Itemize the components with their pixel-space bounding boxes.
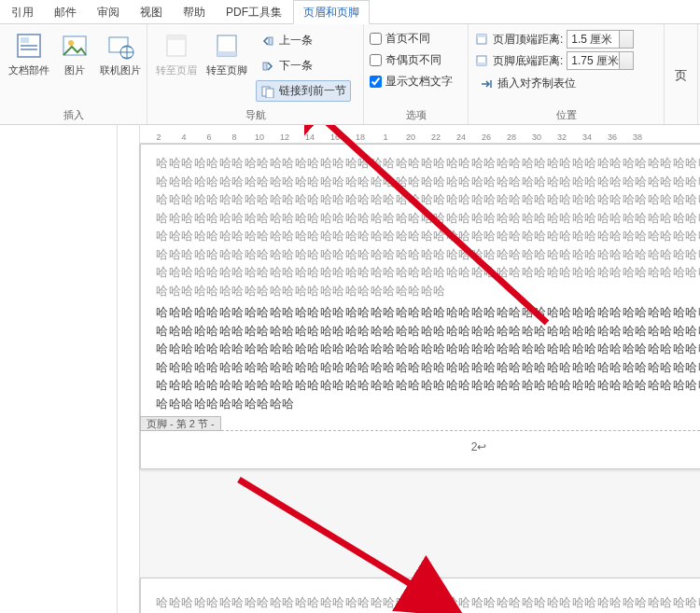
ruler-mark: 6 <box>206 132 211 142</box>
goto-footer-icon <box>211 30 243 62</box>
show-doc-text-label: 显示文档文字 <box>385 74 453 90</box>
ruler-mark: 16 <box>330 132 340 142</box>
svg-rect-2 <box>21 45 37 47</box>
group-options-label: 选项 <box>370 106 462 122</box>
insert-alignment-tab-button[interactable]: 插入对齐制表位 <box>474 73 581 94</box>
online-picture-icon <box>105 30 136 62</box>
ruler-mark: 38 <box>633 132 642 142</box>
doc-parts-label: 文档部件 <box>8 63 49 77</box>
prev-icon <box>260 34 275 49</box>
goto-header-label: 转至页眉 <box>156 63 197 77</box>
footer-section-text: 页脚 - 第 2 节 - <box>140 416 221 431</box>
page-number-value: 2 <box>471 440 478 453</box>
tab-view[interactable]: 视图 <box>131 1 172 23</box>
svg-rect-17 <box>477 35 486 37</box>
svg-rect-3 <box>21 49 37 50</box>
svg-rect-9 <box>167 35 186 40</box>
page-1[interactable]: 哈哈哈哈哈哈哈哈哈哈哈哈哈哈哈哈哈哈哈哈哈哈哈哈哈哈哈哈哈哈哈哈哈哈哈哈哈哈哈哈… <box>140 144 700 469</box>
document-area[interactable]: 24681012141618120222426283032343638 哈哈哈哈… <box>118 125 700 613</box>
oddeven-diff-label: 奇偶页不同 <box>385 52 441 68</box>
svg-rect-13 <box>263 63 267 70</box>
tab-help[interactable]: 帮助 <box>174 1 215 23</box>
group-insert-label: 插入 <box>6 106 141 122</box>
prev-section-button[interactable]: 上一条 <box>256 30 317 51</box>
footer-distance-label: 页脚底端距离: <box>493 53 563 69</box>
ruler-mark: 28 <box>507 132 516 142</box>
ruler-mark: 26 <box>482 132 491 142</box>
tab-header-footer[interactable]: 页眉和页脚 <box>293 0 370 24</box>
ruler-mark: 4 <box>181 132 186 142</box>
document-body-text: 哈哈哈哈哈哈哈哈哈哈哈哈哈哈哈哈哈哈哈哈哈哈哈哈哈哈哈哈哈哈哈哈哈哈哈哈哈哈哈哈… <box>156 303 700 412</box>
footer-distance-icon <box>474 53 489 68</box>
header-distance-label: 页眉顶端距离: <box>493 32 563 48</box>
online-picture-button[interactable]: 联机图片 <box>97 28 144 79</box>
ruler-mark: 18 <box>356 132 365 142</box>
goto-footer-label: 转至页脚 <box>206 63 247 77</box>
svg-rect-15 <box>266 89 273 98</box>
header-distance-input[interactable]: 1.5 厘米 <box>567 30 634 49</box>
show-doc-text-checkbox[interactable]: 显示文档文字 <box>370 73 453 91</box>
header-distance-value: 1.5 厘米 <box>571 32 612 48</box>
navigation-pane[interactable] <box>0 125 118 613</box>
link-to-previous-button[interactable]: 链接到前一节 <box>256 80 351 102</box>
close-group-label: 页 <box>675 67 687 84</box>
picture-label: 图片 <box>64 63 85 77</box>
header-distance-icon <box>474 32 489 47</box>
first-page-diff-checkbox[interactable]: 首页不同 <box>370 30 430 48</box>
footer-distance-input[interactable]: 1.75 厘米 <box>567 51 634 70</box>
ruler-horizontal[interactable]: 24681012141618120222426283032343638 <box>140 125 700 144</box>
footer-divider <box>156 430 700 431</box>
svg-rect-11 <box>217 51 236 56</box>
page-2[interactable]: 哈哈哈哈哈哈哈哈哈哈哈哈哈哈哈哈哈哈哈哈哈哈哈哈哈哈哈哈哈哈哈哈哈哈哈哈哈哈哈哈… <box>140 578 700 613</box>
link-prev-label: 链接到前一节 <box>279 83 346 99</box>
workspace: 24681012141618120222426283032343638 哈哈哈哈… <box>0 125 700 613</box>
prev-label: 上一条 <box>279 33 313 49</box>
ruler-mark: 30 <box>532 132 541 142</box>
next-section-button[interactable]: 下一条 <box>256 55 317 77</box>
svg-point-5 <box>68 40 74 46</box>
footer-distance-value: 1.75 厘米 <box>571 53 619 69</box>
ruler-mark: 36 <box>608 132 617 142</box>
ruler-mark: 20 <box>406 132 415 142</box>
goto-footer-button[interactable]: 转至页脚 <box>203 28 250 102</box>
ruler-mark: 1 <box>383 132 387 142</box>
goto-header-button: 转至页眉 <box>153 28 200 102</box>
footer-section-label: 页脚 - 第 2 节 - <box>140 417 221 431</box>
ruler-vertical[interactable] <box>118 125 140 613</box>
online-picture-label: 联机图片 <box>100 63 141 77</box>
tab-review[interactable]: 审阅 <box>88 1 129 23</box>
ruler-mark: 12 <box>280 132 289 142</box>
next-label: 下一条 <box>279 58 313 74</box>
ruler-mark: 32 <box>557 132 567 142</box>
group-nav-label: 导航 <box>153 106 357 122</box>
picture-button[interactable]: 图片 <box>56 28 93 79</box>
ruler-mark: 14 <box>305 132 315 142</box>
ruler-mark: 10 <box>255 132 264 142</box>
tab-pdf-tools[interactable]: PDF工具集 <box>217 1 291 23</box>
picture-icon <box>59 30 91 62</box>
goto-header-icon <box>161 30 192 62</box>
doc-parts-icon <box>13 30 45 62</box>
odd-even-diff-checkbox[interactable]: 奇偶页不同 <box>370 51 441 69</box>
link-icon <box>260 84 275 99</box>
svg-rect-1 <box>21 37 29 43</box>
page-number[interactable]: 2↩ <box>471 440 487 453</box>
align-tab-label: 插入对齐制表位 <box>497 76 576 91</box>
ribbon: 文档部件 图片 联机图片 插入 <box>0 24 700 125</box>
next-icon <box>260 59 275 74</box>
document-body-text: 哈哈哈哈哈哈哈哈哈哈哈哈哈哈哈哈哈哈哈哈哈哈哈哈哈哈哈哈哈哈哈哈哈哈哈哈哈哈哈哈… <box>156 154 700 300</box>
svg-rect-12 <box>269 37 273 45</box>
ruler-mark: 34 <box>582 132 592 142</box>
ruler-mark: 8 <box>231 132 236 142</box>
tab-mail[interactable]: 邮件 <box>45 1 86 23</box>
ribbon-tabbar: 引用 邮件 审阅 视图 帮助 PDF工具集 页眉和页脚 <box>0 0 700 24</box>
ruler-mark: 24 <box>456 132 466 142</box>
doc-parts-button[interactable]: 文档部件 <box>6 28 52 79</box>
tab-references[interactable]: 引用 <box>2 1 43 23</box>
first-diff-label: 首页不同 <box>385 31 430 47</box>
document-body-text: 哈哈哈哈哈哈哈哈哈哈哈哈哈哈哈哈哈哈哈哈哈哈哈哈哈哈哈哈哈哈哈哈哈哈哈哈哈哈哈哈… <box>156 593 700 613</box>
group-position-label: 位置 <box>474 106 658 122</box>
ruler-mark: 2 <box>156 132 161 142</box>
svg-rect-19 <box>477 63 486 65</box>
align-tab-icon <box>479 77 494 91</box>
